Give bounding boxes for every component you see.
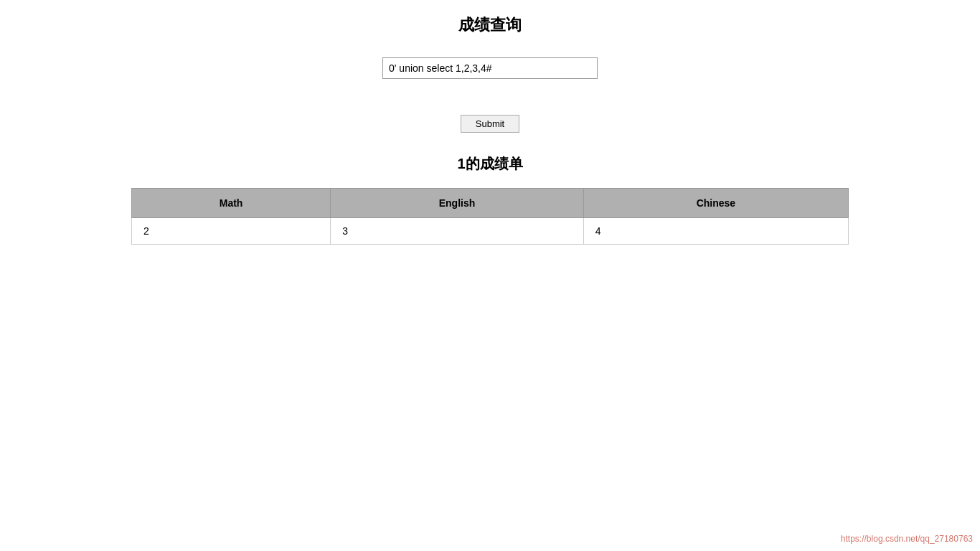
table-cell: 4: [583, 218, 848, 245]
page-title: 成绩查询: [0, 14, 980, 36]
search-form: Submit: [0, 57, 980, 133]
search-input[interactable]: [382, 57, 598, 79]
table-cell: 3: [331, 218, 584, 245]
col-english: English: [331, 189, 584, 218]
result-table: Math English Chinese 234: [131, 188, 849, 245]
result-title: 1的成绩单: [0, 154, 980, 174]
col-chinese: Chinese: [583, 189, 848, 218]
result-table-container: Math English Chinese 234: [0, 188, 980, 245]
table-cell: 2: [132, 218, 331, 245]
watermark: https://blog.csdn.net/qq_27180763: [841, 534, 973, 544]
col-math: Math: [132, 189, 331, 218]
table-row: 234: [132, 218, 849, 245]
submit-button[interactable]: Submit: [461, 115, 519, 133]
table-header-row: Math English Chinese: [132, 189, 849, 218]
